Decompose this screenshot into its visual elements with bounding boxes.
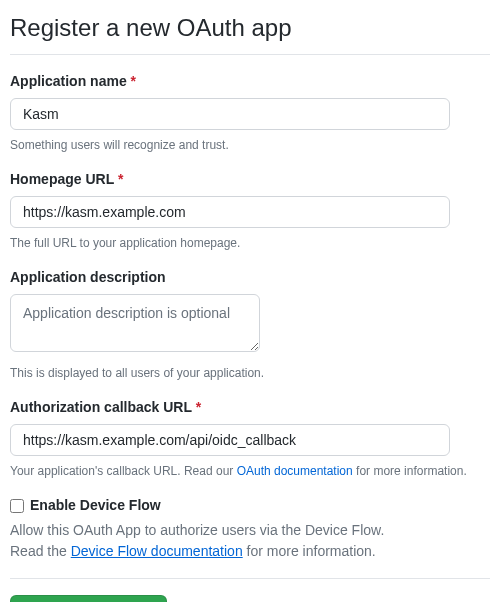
device-flow-docs-link[interactable]: Device Flow documentation [71, 543, 243, 559]
app-name-note: Something users will recognize and trust… [10, 136, 490, 154]
app-description-input[interactable] [10, 294, 260, 352]
app-name-label: Application name * [10, 71, 490, 92]
device-flow-note-1: Allow this OAuth App to authorize users … [10, 520, 490, 541]
field-group-app-name: Application name * Something users will … [10, 71, 490, 154]
field-group-app-description: Application description This is displaye… [10, 267, 490, 382]
homepage-url-input[interactable] [10, 196, 450, 228]
required-indicator: * [118, 171, 123, 187]
app-description-note: This is displayed to all users of your a… [10, 364, 490, 382]
homepage-url-note: The full URL to your application homepag… [10, 234, 490, 252]
register-button[interactable]: Register application [10, 595, 167, 602]
device-flow-checkbox[interactable] [10, 499, 24, 513]
callback-url-input[interactable] [10, 424, 450, 456]
divider [10, 578, 490, 579]
page-title: Register a new OAuth app [10, 10, 490, 55]
homepage-url-label: Homepage URL * [10, 169, 490, 190]
required-indicator: * [131, 73, 136, 89]
callback-url-label: Authorization callback URL * [10, 397, 490, 418]
app-name-input[interactable] [10, 98, 450, 130]
app-description-label: Application description [10, 267, 490, 288]
device-flow-note-2: Read the Device Flow documentation for m… [10, 541, 490, 562]
required-indicator: * [196, 399, 201, 415]
callback-url-note: Your application's callback URL. Read ou… [10, 462, 490, 480]
field-group-device-flow: Enable Device Flow Allow this OAuth App … [10, 495, 490, 562]
field-group-homepage-url: Homepage URL * The full URL to your appl… [10, 169, 490, 252]
oauth-docs-link[interactable]: OAuth documentation [237, 464, 353, 478]
actions-row: Register application Cancel [10, 595, 490, 602]
device-flow-label: Enable Device Flow [30, 495, 161, 516]
field-group-callback-url: Authorization callback URL * Your applic… [10, 397, 490, 480]
